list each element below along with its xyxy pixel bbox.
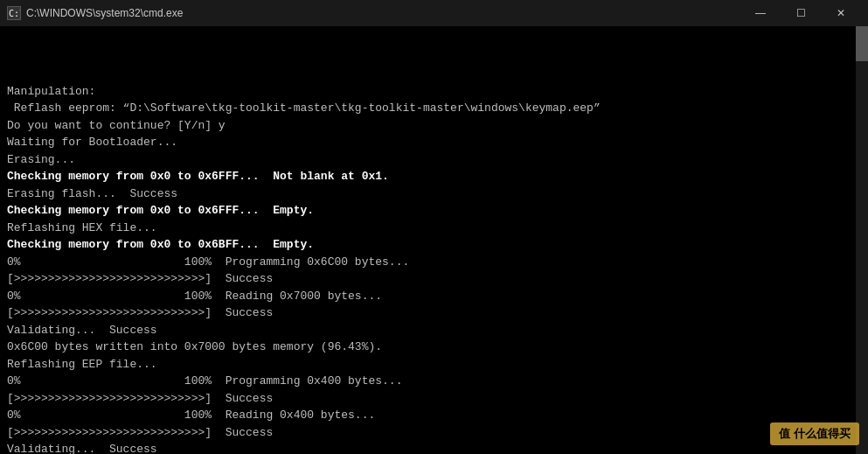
window-controls: — ☐ ✕	[740, 0, 861, 26]
cmd-icon: C:\	[7, 6, 21, 20]
console-line: Manipulation:	[7, 83, 861, 101]
console-line: [>>>>>>>>>>>>>>>>>>>>>>>>>>>>] Success	[7, 304, 861, 322]
console-line: 0% 100% Programming 0x6C00 bytes...	[7, 254, 861, 271]
console-line: 0x6C00 bytes written into 0x7000 bytes m…	[7, 339, 861, 356]
window-title: C:\WINDOWS\system32\cmd.exe	[26, 7, 183, 19]
console-line: Reflashing HEX file...	[7, 220, 861, 237]
console-line: Checking memory from 0x0 to 0x6FFF... Em…	[7, 202, 861, 220]
console-line: 0% 100% Reading 0x7000 bytes...	[7, 288, 861, 305]
console-output: Manipulation: Reflash eeprom: “D:\Softwa…	[0, 26, 868, 454]
maximize-button[interactable]: ☐	[781, 0, 821, 26]
scrollbar-thumb[interactable]	[856, 26, 868, 61]
console-line: Erasing flash... Success	[7, 185, 861, 203]
close-button[interactable]: ✕	[821, 0, 861, 26]
console-line: [>>>>>>>>>>>>>>>>>>>>>>>>>>>>] Success	[7, 270, 861, 288]
console-line: Erasing...	[7, 151, 861, 169]
console-line: Checking memory from 0x0 to 0x6FFF... No…	[7, 168, 861, 185]
console-line: 0% 100% Programming 0x400 bytes...	[7, 373, 861, 390]
console-line: Validating... Success	[7, 322, 861, 339]
console-line: Checking memory from 0x0 to 0x6BFF... Em…	[7, 236, 861, 254]
console-line: [>>>>>>>>>>>>>>>>>>>>>>>>>>>>] Success	[7, 390, 861, 408]
console-line: Do you want to continue? [Y/n] y	[7, 117, 861, 135]
console-line: Reflashing EEP file...	[7, 356, 861, 374]
minimize-button[interactable]: —	[740, 0, 781, 26]
console-line: Waiting for Bootloader...	[7, 134, 861, 151]
watermark: 值 什么值得买	[770, 423, 859, 445]
console-line: [>>>>>>>>>>>>>>>>>>>>>>>>>>>>] Success	[7, 424, 861, 442]
scrollbar[interactable]	[856, 26, 868, 454]
console-line: Reflash eeprom: “D:\Software\tkg-toolkit…	[7, 100, 861, 117]
console-line: 0% 100% Reading 0x400 bytes...	[7, 407, 861, 424]
svg-text:C:\: C:\	[9, 9, 20, 18]
console-line: Validating... Success	[7, 441, 861, 454]
title-bar: C:\ C:\WINDOWS\system32\cmd.exe — ☐ ✕	[0, 0, 868, 26]
title-bar-left: C:\ C:\WINDOWS\system32\cmd.exe	[7, 6, 183, 20]
